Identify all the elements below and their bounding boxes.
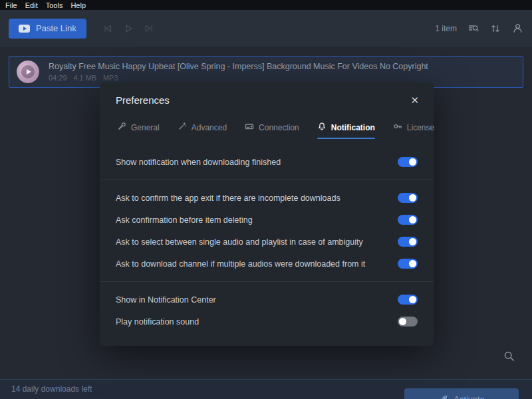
- menu-item-file[interactable]: File: [1, 1, 21, 9]
- play-icon[interactable]: [123, 23, 134, 34]
- toggle-knob: [399, 318, 406, 325]
- items-count: 1 item: [435, 24, 457, 33]
- toggle-knob: [409, 216, 416, 223]
- settings-list: Show notification when downloading finis…: [100, 144, 434, 339]
- setting-label: Ask to confirm the app exit if there are…: [116, 194, 340, 203]
- playback-controls: [102, 23, 154, 34]
- tab-label: Connection: [259, 123, 299, 132]
- tab-connection[interactable]: Connection: [245, 122, 299, 139]
- setting-label: Ask to download channel if multiple audi…: [116, 259, 365, 269]
- setting-row: Ask to confirm the app exit if there are…: [100, 187, 434, 209]
- menu-item-tools[interactable]: Tools: [42, 1, 67, 9]
- youtube-icon: [19, 25, 30, 33]
- close-icon[interactable]: ✕: [410, 95, 419, 105]
- dialog-header: Preferences ✕: [100, 82, 434, 106]
- preferences-dialog: Preferences ✕ GeneralAdvancedConnectionN…: [100, 82, 434, 346]
- tab-label: Advanced: [192, 123, 227, 132]
- dialog-title: Preferences: [116, 94, 170, 106]
- connection-icon: [245, 122, 254, 133]
- paste-link-button[interactable]: Paste Link: [9, 19, 86, 39]
- toggle-knob: [409, 158, 416, 166]
- app-window: FileEditToolsHelp Paste Link 1 item: [0, 0, 532, 399]
- next-track-icon[interactable]: [144, 23, 154, 34]
- tab-license[interactable]: License: [393, 122, 434, 139]
- toolbar-right: 1 item: [435, 23, 523, 34]
- tab-label: General: [131, 123, 160, 132]
- setting-row: Ask to select between single audio and p…: [100, 231, 434, 253]
- key-icon: [393, 122, 402, 133]
- bell-icon: [317, 122, 327, 133]
- tab-general[interactable]: General: [117, 122, 160, 139]
- setting-row: Show in Notification Center: [100, 289, 434, 311]
- tab-advanced[interactable]: Advanced: [178, 122, 227, 139]
- setting-label: Ask to select between single audio and p…: [116, 237, 363, 247]
- toggle-switch[interactable]: [398, 317, 418, 327]
- toggle-knob: [409, 260, 416, 267]
- tab-notification[interactable]: Notification: [317, 122, 375, 139]
- toggle-knob: [409, 238, 416, 245]
- toggle-switch[interactable]: [398, 259, 418, 269]
- track-info: Royalty Free Music Happy Upbeat [Olive S…: [49, 62, 428, 82]
- wrench-icon: [117, 122, 126, 133]
- track-thumbnail: [17, 61, 39, 83]
- setting-label: Show in Notification Center: [116, 295, 216, 305]
- paste-link-label: Paste Link: [36, 23, 76, 33]
- track-title: Royalty Free Music Happy Upbeat [Olive S…: [49, 62, 428, 71]
- activate-button[interactable]: Activate: [404, 388, 519, 399]
- settings-group: Show in Notification CenterPlay notifica…: [100, 281, 434, 339]
- toggle-knob: [409, 194, 416, 201]
- search-icon[interactable]: [503, 350, 515, 364]
- setting-row: Show notification when downloading finis…: [100, 151, 434, 173]
- filter-search-icon[interactable]: [468, 23, 479, 34]
- toggle-switch[interactable]: [398, 157, 418, 167]
- toggle-switch[interactable]: [398, 193, 418, 203]
- account-icon[interactable]: [512, 23, 523, 34]
- activate-label: Activate: [454, 394, 484, 399]
- toolbar: Paste Link 1 item: [0, 10, 532, 47]
- sort-icon[interactable]: [490, 23, 501, 34]
- toggle-switch[interactable]: [398, 215, 418, 225]
- toggle-switch[interactable]: [398, 295, 418, 305]
- track-meta: 04:29 · 4.1 MB · MP3: [49, 74, 428, 82]
- preferences-tabs: GeneralAdvancedConnectionNotificationLic…: [100, 122, 434, 139]
- wand-icon: [178, 122, 187, 133]
- settings-group: Show notification when downloading finis…: [100, 144, 434, 180]
- settings-group: Ask to confirm the app exit if there are…: [100, 180, 434, 281]
- setting-label: Play notification sound: [116, 317, 199, 327]
- setting-row: Ask confirmation before item deleting: [100, 209, 434, 231]
- menu-item-help[interactable]: Help: [66, 1, 90, 9]
- toggle-switch[interactable]: [398, 237, 418, 247]
- setting-label: Show notification when downloading finis…: [116, 158, 281, 167]
- setting-row: Play notification sound: [100, 311, 434, 332]
- toggle-knob: [409, 296, 416, 303]
- menu-item-edit[interactable]: Edit: [21, 1, 42, 9]
- menu-bar: FileEditToolsHelp: [0, 0, 532, 10]
- setting-row: Ask to download channel if multiple audi…: [100, 253, 434, 275]
- downloads-left-text: 14 daily downloads left: [11, 384, 92, 394]
- rocket-icon: [438, 394, 448, 399]
- tab-label: License: [407, 123, 434, 132]
- thumbnail-play-icon: [17, 61, 39, 83]
- previous-track-icon[interactable]: [102, 23, 113, 34]
- tab-label: Notification: [331, 123, 375, 132]
- setting-label: Ask confirmation before item deleting: [116, 215, 253, 225]
